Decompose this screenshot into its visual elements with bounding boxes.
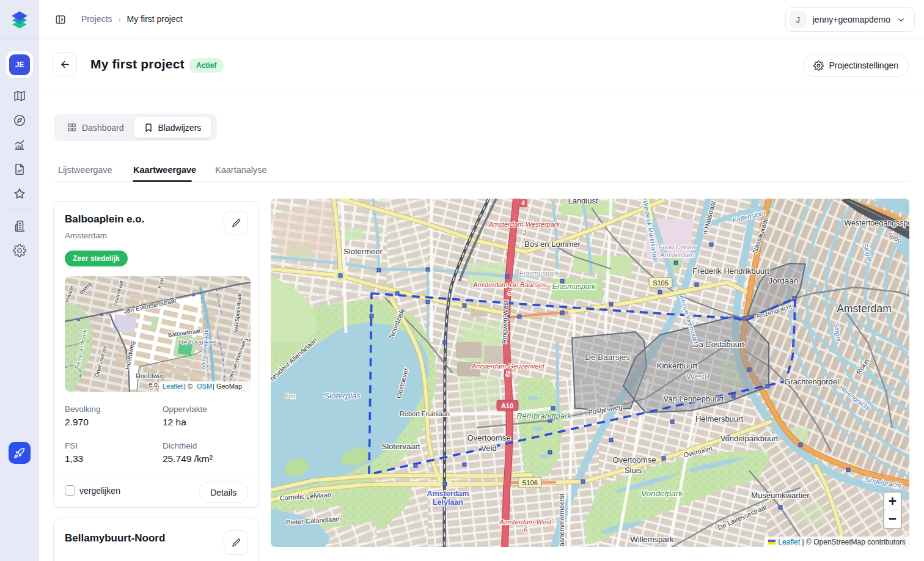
svg-text:Amsterdam-West: Amsterdam-West: [499, 518, 552, 526]
svg-text:e.o.: e.o.: [148, 381, 160, 388]
svg-text:Westertoegangsspo: Westertoegangsspo: [845, 219, 909, 227]
svg-text:Haarlemmermeerst: Haarlemmermeerst: [558, 494, 565, 547]
svg-text:Overtoomse: Overtoomse: [468, 433, 511, 442]
svg-text:Sloterplas: Sloterplas: [324, 391, 361, 400]
svg-text:Slotermeer: Slotermeer: [343, 247, 383, 256]
svg-text:Amsterdam: Amsterdam: [427, 490, 469, 498]
svg-text:Bos en Lommer: Bos en Lommer: [524, 240, 581, 249]
svg-text:Hoofdweg: Hoofdweg: [136, 372, 164, 380]
svg-text:Grachtengordel: Grachtengordel: [784, 377, 839, 386]
svg-text:Food Center: Food Center: [658, 243, 696, 251]
svg-text:Vondelpark: Vondelpark: [641, 489, 683, 498]
svg-text:Jordaan: Jordaan: [769, 276, 799, 285]
svg-text:De Baarsjes: De Baarsjes: [178, 339, 217, 346]
svg-text:Amsterdam: Amsterdam: [837, 302, 891, 315]
svg-text:Kinkerbuurt: Kinkerbuurt: [657, 361, 698, 370]
svg-text:Overtoomse: Overtoomse: [613, 455, 656, 464]
svg-text:| GeoMap: | GeoMap: [213, 383, 242, 390]
svg-text:De Baarsjes: De Baarsjes: [585, 353, 630, 362]
svg-text:4: 4: [521, 200, 525, 207]
svg-text:Frederik Hendrikbuurt: Frederik Hendrikbuurt: [692, 266, 769, 276]
svg-text:Amsterdam-Geuzenveld: Amsterdam-Geuzenveld: [471, 362, 544, 370]
svg-text:A10: A10: [501, 402, 513, 409]
svg-text:Veld: Veld: [481, 444, 496, 453]
svg-text:Amsterdam: Amsterdam: [659, 251, 694, 258]
svg-text:Slotervaart: Slotervaart: [382, 442, 420, 451]
svg-text:Landlust: Landlust: [568, 199, 598, 205]
svg-text:Rembrandtpark: Rembrandtpark: [516, 411, 572, 420]
svg-text:Leaflet: Leaflet: [163, 383, 183, 390]
svg-text:Museumkwartier: Museumkwartier: [751, 491, 810, 500]
svg-text:Da Costabuurt: Da Costabuurt: [693, 340, 744, 349]
svg-text:| ©: | ©: [184, 383, 193, 390]
svg-text:Lelylaan: Lelylaan: [433, 498, 463, 507]
svg-text:OSM: OSM: [197, 383, 212, 390]
svg-text:Amsterdam-Westerpark: Amsterdam-Westerpark: [488, 221, 560, 228]
svg-text:Helmersbuurt: Helmersbuurt: [695, 414, 743, 424]
svg-text:Erasmuspark: Erasmuspark: [552, 282, 596, 291]
svg-text:Ringweg-West: Ringweg-West: [501, 300, 509, 344]
svg-text:Erasmuspark: Erasmuspark: [519, 270, 559, 277]
svg-text:Robert Fruinlaan: Robert Fruinlaan: [400, 410, 450, 417]
svg-text:Sluis: Sluis: [625, 466, 642, 475]
svg-text:5: 5: [506, 370, 510, 378]
svg-text:S106: S106: [522, 479, 538, 486]
svg-text:Vondelparkbuurt: Vondelparkbuurt: [721, 434, 779, 443]
svg-text:Van Lennepbuurt: Van Lennepbuurt: [664, 394, 724, 403]
svg-text:S105: S105: [653, 279, 669, 287]
svg-text:5: 5: [508, 289, 512, 296]
svg-text:6: 6: [524, 526, 528, 534]
svg-text:3: 3: [522, 229, 527, 236]
svg-text:Amsterdam-De Baarsjes: Amsterdam-De Baarsjes: [472, 281, 546, 288]
svg-text:5 m: 5 m: [285, 393, 296, 400]
svg-text:West: West: [686, 371, 708, 381]
svg-text:Willemspark: Willemspark: [631, 535, 674, 544]
